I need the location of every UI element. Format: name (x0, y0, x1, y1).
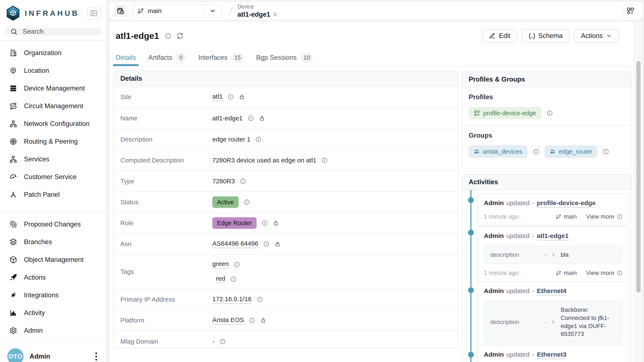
time-travel-button[interactable] (114, 4, 127, 17)
activity-target-link[interactable]: profile-device-edge (537, 199, 596, 208)
info-icon[interactable] (230, 276, 236, 282)
group-pill-arista-devices[interactable]: arista_devices (469, 145, 528, 158)
tab-badge: 0 (176, 53, 186, 63)
top-bar: main / Device atl1-edge1 (109, 2, 642, 20)
user-menu-button[interactable] (93, 350, 99, 362)
sidebar-item-integrations[interactable]: Integrations (0, 286, 106, 304)
info-icon[interactable] (228, 94, 234, 100)
activity-target-link[interactable]: atl1-edge1 (537, 232, 568, 241)
chevron-down-icon (606, 33, 612, 39)
info-icon[interactable] (264, 241, 270, 247)
git-branch-icon (556, 270, 561, 276)
sidebar-nav-primary: Organization Location Device Management (0, 40, 106, 207)
activity-branch: main (556, 213, 577, 220)
breadcrumb[interactable]: Device atl1-edge1 (238, 4, 278, 18)
info-icon[interactable] (220, 339, 226, 345)
info-icon[interactable] (249, 317, 255, 323)
info-icon[interactable] (257, 297, 263, 302)
info-icon[interactable] (240, 178, 246, 184)
sidebar-item-proposed-changes[interactable]: Proposed Changes (0, 215, 106, 233)
actions-button[interactable]: Actions (574, 29, 618, 42)
profiles-heading: Profiles (469, 93, 625, 101)
sidebar-item-network-configuration[interactable]: Network Configuration (0, 115, 106, 133)
field-label: Tags (120, 268, 212, 275)
view-more-link[interactable]: View more (586, 213, 622, 220)
activity-target-link[interactable]: Ethernet4 (537, 287, 566, 296)
people-icon (474, 149, 480, 155)
sidebar-collapse-button[interactable] (87, 7, 100, 19)
sidebar-item-patch-panel[interactable]: Patch Panel (0, 186, 106, 203)
sidebar-item-circuit-management[interactable]: Circuit Management (0, 97, 106, 115)
sidebar-item-label: Circuit Management (24, 102, 83, 110)
info-icon[interactable] (234, 261, 240, 267)
primary-ip-link[interactable]: 172.16.0.1/16 (212, 295, 252, 304)
tag-link-red[interactable]: red (216, 275, 225, 283)
sidebar-item-object-management[interactable]: Object Management (0, 251, 106, 269)
branch-selector[interactable]: main (133, 4, 222, 18)
field-label: Status (120, 198, 212, 206)
sidebar-item-branches[interactable]: Branches (0, 233, 106, 251)
field-value: - (212, 338, 214, 345)
activity-target-link[interactable]: Ethernet3 (537, 351, 566, 359)
tab-interfaces[interactable]: Interfaces 15 (198, 49, 244, 66)
tab-bgp-sessions[interactable]: Bgp Sessions 10 (256, 49, 313, 66)
timeline-dot (468, 287, 474, 293)
group-pill-edge-router[interactable]: edge_router (544, 145, 597, 158)
profile-pill[interactable]: profile-device-edge (469, 107, 541, 119)
activity-action: updated (506, 287, 530, 296)
scrollbar-thumb[interactable] (636, 61, 640, 293)
search-input[interactable] (23, 28, 108, 35)
info-icon[interactable] (603, 149, 609, 155)
activities-title: Activities (462, 175, 632, 190)
sidebar-item-label: Actions (24, 274, 46, 281)
sidebar-item-routing-peering[interactable]: Routing & Peering (0, 133, 106, 150)
info-icon[interactable] (533, 149, 539, 155)
detail-row-tags: Tags green red (114, 255, 458, 289)
tag-link-green[interactable]: green (212, 260, 229, 269)
search-bar[interactable]: ⌘K (5, 28, 102, 35)
activity-branch: main (556, 270, 577, 276)
schema-button[interactable]: {..} Schema (522, 29, 570, 42)
router-icon (10, 138, 17, 145)
view-more-link[interactable]: View more (586, 270, 622, 276)
graph-view-button[interactable] (623, 4, 637, 18)
field-label: Asn (120, 240, 212, 248)
info-icon[interactable] (547, 110, 553, 116)
sidebar-item-device-management[interactable]: Device Management (0, 79, 106, 97)
info-icon[interactable] (256, 136, 262, 142)
activity-actor: Admin (484, 287, 504, 296)
sidebar: INFRAHUB ⌘K Organization (0, 0, 107, 362)
platform-link[interactable]: Arista EOS (212, 316, 244, 325)
sidebar-item-customer-service[interactable]: Customer Service (0, 168, 106, 186)
info-icon[interactable] (165, 33, 171, 39)
refresh-icon[interactable] (176, 32, 184, 39)
details-card-title: Details (114, 71, 458, 86)
info-icon[interactable] (244, 199, 250, 205)
diff-old-value: - (544, 319, 546, 326)
tab-artifacts[interactable]: Artifacts 0 (148, 49, 186, 66)
arrow-right-icon (551, 252, 556, 257)
details-card: Details Site atl1 Name atl1-edge1 Descri… (114, 71, 458, 348)
activity-separator: - (532, 351, 534, 359)
field-label: Role (120, 219, 212, 227)
site-link[interactable]: atl1 (212, 93, 222, 101)
profiles-groups-card: Profiles & Groups Profiles profile-devic… (462, 71, 632, 169)
sidebar-item-services[interactable]: Services (0, 150, 106, 168)
edit-button[interactable]: Edit (482, 29, 517, 42)
sidebar-item-activity[interactable]: Activity (0, 304, 106, 322)
activity-actor: Admin (484, 232, 504, 241)
tab-details[interactable]: Details (116, 49, 136, 66)
sidebar-item-location[interactable]: Location (0, 62, 106, 79)
sidebar-item-admin[interactable]: Admin (0, 322, 106, 339)
info-icon[interactable] (322, 157, 328, 163)
groups-heading: Groups (469, 132, 625, 139)
sidebar-item-organization[interactable]: Organization (0, 44, 106, 62)
asn-link[interactable]: AS64496 64496 (212, 240, 258, 248)
info-icon[interactable] (262, 220, 268, 226)
selector-icon[interactable] (272, 12, 278, 17)
sidebar-item-actions[interactable]: Actions (0, 269, 106, 286)
diff-field: description (490, 319, 540, 326)
info-icon[interactable] (248, 115, 254, 121)
layers-icon (10, 238, 17, 246)
scrollbar-track[interactable] (634, 21, 642, 362)
